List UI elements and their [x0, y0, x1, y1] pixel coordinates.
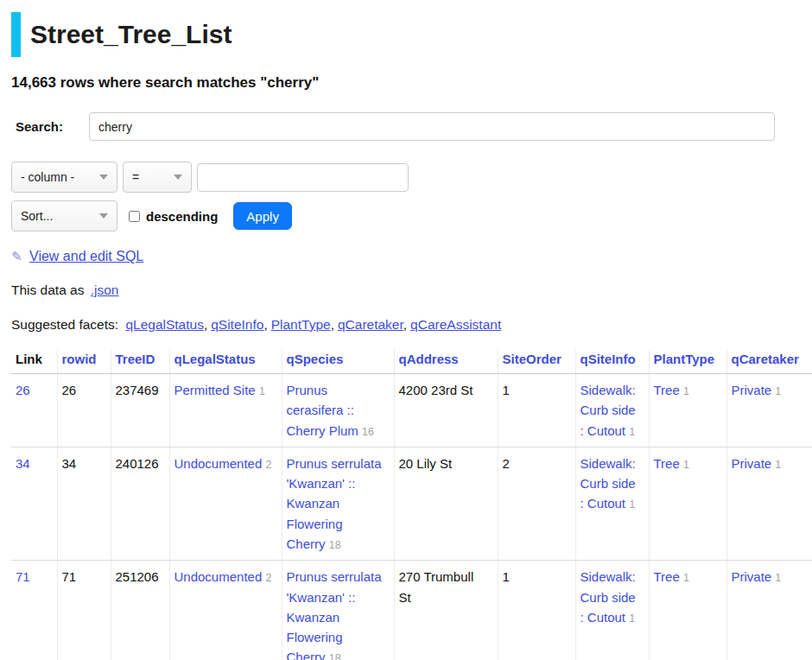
cell-qSpecies: Prunus cerasifera :: Cherry Plum 16: [282, 374, 394, 447]
cell-SiteOrder: 2: [498, 447, 575, 560]
json-link[interactable]: .json: [91, 282, 119, 297]
sort-select[interactable]: Sort...: [11, 200, 117, 232]
filter-value-input[interactable]: [197, 163, 409, 192]
cell-link[interactable]: Private: [732, 569, 772, 584]
facet-count: 1: [629, 498, 635, 511]
column-header-link-PlantType[interactable]: PlantType: [654, 352, 715, 366]
suggested-facets-line: Suggested facets: qLegalStatus,qSiteInfo…: [11, 317, 812, 333]
search-row: Search:: [11, 112, 812, 141]
search-input[interactable]: [89, 112, 775, 141]
cell-TreeID: 237469: [111, 374, 169, 447]
cell-link[interactable]: Prunus cerasifera :: Cherry Plum: [287, 383, 358, 438]
cell-text: 240126: [116, 456, 159, 471]
cell-link[interactable]: Permitted Site: [174, 383, 256, 397]
cell-text: 34: [62, 456, 77, 471]
column-header-qSpecies: qSpecies: [282, 350, 394, 374]
column-header-rowid: rowid: [57, 350, 111, 374]
cell-text: 1: [503, 383, 510, 397]
op-select-wrap: =: [123, 162, 192, 193]
cell-link[interactable]: 71: [16, 569, 30, 584]
cell-link[interactable]: Sidewalk: Curb side : Cutout: [580, 383, 636, 438]
cell-link[interactable]: 26: [16, 383, 30, 397]
cell-Link: 71: [11, 561, 57, 660]
facet-count: 16: [362, 426, 374, 438]
view-edit-sql-link[interactable]: View and edit SQL: [29, 249, 143, 263]
pencil-icon: ✎: [11, 249, 22, 263]
facet-count: 1: [775, 572, 781, 584]
cell-link[interactable]: Undocumented: [174, 456, 263, 471]
cell-link[interactable]: Sidewalk: Curb side : Cutout: [580, 456, 636, 511]
cell-text: 1: [503, 569, 510, 584]
column-header-link-qCaretaker[interactable]: qCaretaker: [732, 352, 799, 366]
cell-qSiteInfo: Sidewalk: Curb side : Cutout 1: [575, 447, 649, 560]
cell-PlantType: Tree 1: [649, 561, 726, 660]
sort-select-wrap: Sort...: [11, 200, 117, 232]
facet-link-PlantType[interactable]: PlantType: [271, 317, 331, 332]
column-header-link-qSpecies[interactable]: qSpecies: [287, 352, 344, 366]
facet-link-qLegalStatus[interactable]: qLegalStatus: [125, 317, 204, 332]
column-header-link-rowid[interactable]: rowid: [62, 352, 97, 366]
facet-count: 1: [629, 612, 635, 625]
descending-checkbox[interactable]: [129, 211, 140, 222]
cell-rowid: 26: [57, 374, 111, 447]
facet-count: 2: [265, 572, 271, 584]
filter-column-select[interactable]: - column -: [11, 162, 117, 193]
column-select-wrap: - column -: [11, 162, 117, 193]
column-header-Link: Link: [11, 350, 57, 374]
facet-link-qCaretaker[interactable]: qCaretaker: [338, 317, 403, 332]
cell-link[interactable]: Private: [732, 456, 772, 471]
cell-PlantType: Tree 1: [649, 374, 726, 447]
cell-SiteOrder: 1: [498, 561, 575, 660]
cell-link[interactable]: Prunus serrulata 'Kwanzan' :: Kwanzan Fl…: [287, 456, 382, 551]
column-header-SiteOrder: SiteOrder: [498, 350, 575, 374]
row-count-summary: 14,663 rows where search matches "cherry…: [11, 74, 812, 92]
facet-count: 18: [329, 539, 341, 551]
cell-link[interactable]: 34: [16, 456, 30, 471]
cell-link[interactable]: Tree: [654, 383, 680, 397]
cell-link[interactable]: Undocumented: [174, 569, 263, 584]
facet-count: 1: [683, 459, 689, 471]
cell-link[interactable]: Private: [732, 383, 772, 397]
filter-form: Search: - column - = Sort... descending …: [11, 112, 812, 232]
facet-count: 2: [265, 459, 271, 471]
cell-text: 270 Trumbull St: [399, 569, 474, 604]
cell-text: 71: [62, 569, 77, 584]
cell-text: 251206: [116, 569, 159, 584]
sort-row: Sort... descending Apply: [11, 200, 812, 232]
column-header-link-SiteOrder[interactable]: SiteOrder: [503, 352, 561, 366]
page-title: Street_Tree_List: [30, 20, 232, 49]
column-header-link-TreeID[interactable]: TreeID: [116, 352, 155, 366]
results-table: LinkrowidTreeIDqLegalStatusqSpeciesqAddr…: [11, 350, 812, 660]
cell-link[interactable]: Tree: [654, 456, 680, 471]
cell-qSiteInfo: Sidewalk: Curb side : Cutout 1: [575, 374, 649, 447]
descending-label: descending: [146, 209, 218, 224]
column-header-link-qLegalStatus[interactable]: qLegalStatus: [174, 352, 256, 366]
page-header: Street_Tree_List: [11, 12, 812, 57]
cell-link[interactable]: Tree: [654, 569, 680, 584]
sql-line: ✎ View and edit SQL: [11, 249, 812, 264]
cell-Link: 34: [11, 447, 57, 560]
cell-qCaretaker: Private 1: [726, 561, 812, 660]
cell-qSpecies: Prunus serrulata 'Kwanzan' :: Kwanzan Fl…: [282, 561, 394, 660]
facet-count: 1: [259, 385, 265, 397]
cell-text: 2: [503, 456, 510, 471]
facet-count: 1: [775, 459, 781, 471]
cell-link[interactable]: Prunus serrulata 'Kwanzan' :: Kwanzan Fl…: [287, 569, 382, 660]
facet-link-qCareAssistant[interactable]: qCareAssistant: [410, 317, 501, 332]
facet-count: 1: [775, 385, 781, 397]
cell-qSiteInfo: Sidewalk: Curb side : Cutout 1: [575, 561, 649, 660]
table-header-row: LinkrowidTreeIDqLegalStatusqSpeciesqAddr…: [11, 350, 812, 374]
cell-qAddress: 20 Lily St: [394, 447, 498, 560]
column-header-TreeID: TreeID: [111, 350, 169, 374]
cell-PlantType: Tree 1: [649, 447, 726, 560]
facet-count: 1: [683, 572, 689, 584]
filter-op-select[interactable]: =: [123, 162, 192, 193]
column-header-link-qSiteInfo[interactable]: qSiteInfo: [580, 352, 636, 366]
cell-qLegalStatus: Undocumented 2: [169, 561, 282, 660]
apply-button[interactable]: Apply: [233, 202, 292, 230]
column-header-link-qAddress[interactable]: qAddress: [399, 352, 459, 366]
facet-link-qSiteInfo[interactable]: qSiteInfo: [211, 317, 263, 332]
suggested-facets-prefix: Suggested facets:: [11, 317, 118, 332]
cell-link[interactable]: Sidewalk: Curb side : Cutout: [580, 569, 636, 625]
table-row: 7171251206Undocumented 2Prunus serrulata…: [11, 561, 812, 660]
